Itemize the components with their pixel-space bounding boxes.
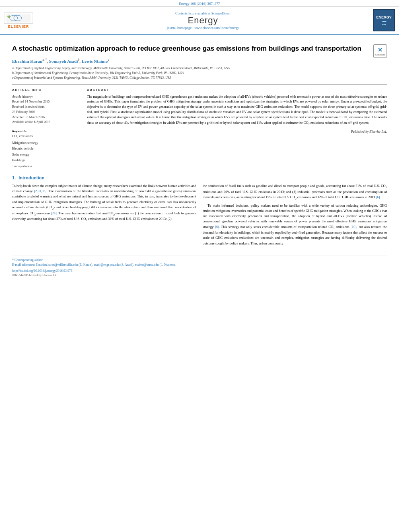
elsevier-image: 🌿	[4, 12, 33, 24]
intro-left-text: To help break down the complex subject m…	[12, 183, 196, 222]
intro-col-right: the combustion of fossil fuels such as g…	[203, 183, 387, 249]
intro-title: Introduction	[19, 175, 44, 180]
authors-line: Ebrahim Karana, *, Somayeh Asadib, Lewis…	[12, 58, 387, 64]
svg-rect-0	[6, 14, 31, 23]
intro-para-1: To help break down the complex subject m…	[12, 183, 196, 222]
keyword-5: Buildings	[12, 157, 80, 163]
homepage-label: journal homepage:	[167, 26, 193, 30]
energy-logo: ENERGY ■■■■ ■■■	[373, 9, 395, 31]
contents-available-line: Contents lists available at ScienceDirec…	[37, 11, 369, 15]
crossmark-badge[interactable]: ✕ CrossMark	[373, 44, 387, 58]
crossmark-icon: ✕	[378, 47, 383, 53]
ref-8: [8]	[215, 225, 219, 229]
intro-para-3: To make informed decisions, policy maker…	[203, 203, 387, 246]
author-3-name: Lewis Ntaimo	[82, 59, 108, 64]
info-abstract-section: ARTICLE INFO Article history: Received 1…	[12, 88, 387, 169]
intro-body-columns: To help break down the complex subject m…	[12, 183, 387, 249]
article-title: A stochastic optimization approach to re…	[12, 44, 369, 53]
ref-231-38: [2,31,38]	[34, 189, 47, 193]
affiliation-3: c Department of Industrial and Systems E…	[12, 76, 387, 80]
journal-header: 🌿 ELSEVIER Contents lists available at S…	[0, 7, 399, 35]
keyword-3: Electric vehicle	[12, 146, 80, 151]
intro-right-text: the combustion of fossil fuels such as g…	[203, 183, 387, 246]
footer-area: * Corresponding author. E-mail addresses…	[12, 255, 387, 277]
section-divider	[12, 84, 387, 85]
homepage-link[interactable]: www.elsevier.com/locate/energy	[194, 26, 239, 30]
title-row: A stochastic optimization approach to re…	[12, 44, 387, 58]
ref-6: [6]	[376, 195, 380, 199]
abstract-column: ABSTRACT The magnitude of building- and …	[87, 88, 387, 169]
affiliation-1: a Department of Applied Engineering, Saf…	[12, 66, 387, 71]
abstract-text: The magnitude of building- and transport…	[87, 94, 387, 126]
elsevier-logo: 🌿 ELSEVIER	[4, 12, 33, 29]
email-asadi[interactable]: asadi@engr.psu.edu	[94, 263, 119, 267]
intro-number: 1.	[12, 175, 16, 180]
main-content: A stochastic optimization approach to re…	[0, 35, 399, 281]
affiliation-2: b Department of Architectural Engineerin…	[12, 71, 387, 76]
doi-line[interactable]: http://dx.doi.org/10.1016/j.energy.2016.…	[12, 269, 387, 273]
email-ntaimo[interactable]: ntaimo@tamu.edu	[135, 263, 158, 267]
accepted-date: Accepted 16 March 2016	[12, 115, 80, 120]
article-info-label: ARTICLE INFO	[12, 88, 80, 92]
journal-title: Energy	[37, 15, 369, 26]
received-revised-label: Received in revised form	[12, 105, 80, 110]
email-addresses: Ebrahim.karan@millersville.edu (E. Karan…	[36, 263, 176, 267]
issn-text: 0360-5442/Published by Elsevier Ltd.	[12, 273, 58, 277]
sciencedirect-link[interactable]: ScienceDirect	[211, 11, 230, 15]
keywords-label: Keywords:	[12, 129, 80, 133]
author-2-sup: b	[78, 58, 80, 62]
keyword-6: Transportation	[12, 163, 80, 169]
email-footnote: E-mail addresses: Ebrahim.karan@millersv…	[12, 263, 387, 267]
issn-line: 0360-5442/Published by Elsevier Ltd.	[12, 273, 387, 277]
intro-section-title: 1. Introduction	[12, 175, 387, 180]
published-line: Published by Elsevier Ltd.	[87, 129, 387, 134]
keyword-4: Solar energy	[12, 152, 80, 157]
article-info-column: ARTICLE INFO Article history: Received 1…	[12, 88, 80, 169]
citation-text: Energy 106 (2016) 367–377	[179, 2, 220, 6]
article-history: Article history: Received 14 November 20…	[12, 94, 80, 125]
author-1-sup: a, *	[42, 58, 47, 62]
author-2-name: Somayeh Asadi	[49, 59, 78, 64]
ref-24: [24]	[51, 211, 57, 215]
intro-col-left: To help break down the complex subject m…	[12, 183, 196, 249]
keywords-section: Keywords: CO2 emissions Mitigation strat…	[12, 129, 80, 169]
elsevier-brand-text: ELSEVIER	[8, 25, 29, 29]
email-karan[interactable]: Ebrahim.karan@millersville.edu	[36, 263, 78, 267]
history-label: Article history:	[12, 94, 80, 100]
received-revised-date: 23 February 2016	[12, 110, 80, 115]
author-3-sup: c	[108, 58, 109, 62]
journal-center-info: Contents lists available at ScienceDirec…	[37, 11, 369, 30]
doi-text: http://dx.doi.org/10.1016/j.energy.2016.…	[12, 269, 72, 273]
abstract-label: ABSTRACT	[87, 88, 387, 92]
contents-label: Contents lists available at	[175, 11, 210, 15]
received-date: Received 14 November 2015	[12, 99, 80, 105]
homepage-line: journal homepage: www.elsevier.com/locat…	[37, 26, 369, 30]
author-1-name: Ebrahim Karan	[12, 59, 42, 64]
affiliations: a Department of Applied Engineering, Saf…	[12, 66, 387, 80]
intro-para-2: the combustion of fossil fuels such as g…	[203, 183, 387, 201]
available-date: Available online 6 April 2016	[12, 120, 80, 125]
crossmark-label: CrossMark	[375, 53, 385, 56]
email-label: E-mail addresses:	[12, 263, 35, 267]
corresponding-note: * Corresponding author.	[12, 258, 387, 263]
introduction-section: 1. Introduction To help break down the c…	[12, 175, 387, 249]
keyword-2: Mitigation strategy	[12, 140, 80, 146]
citation-bar: Energy 106 (2016) 367–377	[0, 0, 399, 7]
keyword-1: CO2 emissions	[12, 133, 80, 140]
corresponding-label: * Corresponding author.	[12, 258, 43, 262]
ref-10: [10]	[351, 225, 356, 229]
